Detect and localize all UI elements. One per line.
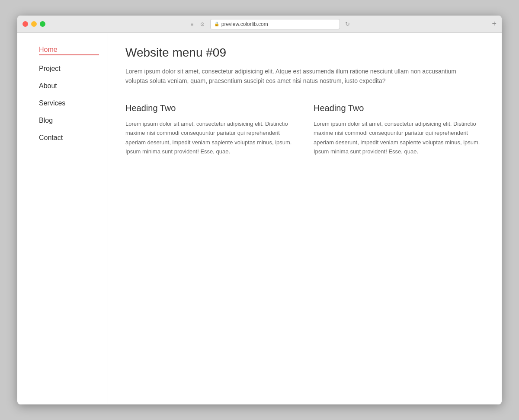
sidebar-item-about[interactable]: About xyxy=(39,82,99,90)
column-1: Heading Two Lorem ipsum dolor sit amet, … xyxy=(125,103,296,156)
column-2-text: Lorem ipsum dolor sit amet, consectetur … xyxy=(314,119,484,156)
close-button[interactable] xyxy=(22,21,28,27)
browser-content: Home Project About Services Blog Contact… xyxy=(17,33,502,404)
page-title: Website menu #09 xyxy=(125,46,484,60)
browser-window: ≡ ⊙ 🔒 preview.colorlib.com ↻ + Home Proj… xyxy=(17,16,502,404)
nav-buttons: ≡ ⊙ xyxy=(188,20,207,29)
sidebar-item-contact[interactable]: Contact xyxy=(39,134,99,142)
forward-button[interactable]: ⊙ xyxy=(198,20,207,29)
column-1-heading: Heading Two xyxy=(125,103,296,113)
new-tab-button[interactable]: + xyxy=(492,19,497,29)
sidebar-nav: Home Project About Services Blog Contact xyxy=(17,33,108,404)
sidebar-item-project[interactable]: Project xyxy=(39,65,99,73)
column-1-text: Lorem ipsum dolor sit amet, consectetur … xyxy=(125,119,296,156)
column-2: Heading Two Lorem ipsum dolor sit amet, … xyxy=(314,103,484,156)
sidebar-item-blog[interactable]: Blog xyxy=(39,117,99,124)
back-button[interactable]: ≡ xyxy=(188,20,196,29)
maximize-button[interactable] xyxy=(40,21,45,27)
traffic-lights xyxy=(22,21,45,27)
columns-container: Heading Two Lorem ipsum dolor sit amet, … xyxy=(125,103,484,156)
browser-titlebar: ≡ ⊙ 🔒 preview.colorlib.com ↻ + xyxy=(17,16,502,33)
sidebar-item-services[interactable]: Services xyxy=(39,99,99,107)
lock-icon: 🔒 xyxy=(214,22,219,26)
url-input[interactable]: 🔒 preview.colorlib.com xyxy=(210,19,340,29)
minimize-button[interactable] xyxy=(31,21,37,27)
sidebar-item-home[interactable]: Home xyxy=(39,46,99,55)
column-2-heading: Heading Two xyxy=(314,103,484,113)
url-text: preview.colorlib.com xyxy=(221,21,268,27)
main-content: Website menu #09 Lorem ipsum dolor sit a… xyxy=(108,33,502,404)
refresh-button[interactable]: ↻ xyxy=(345,21,350,27)
intro-text: Lorem ipsum dolor sit amet, consectetur … xyxy=(125,67,480,86)
address-bar: ≡ ⊙ 🔒 preview.colorlib.com ↻ xyxy=(63,19,474,29)
